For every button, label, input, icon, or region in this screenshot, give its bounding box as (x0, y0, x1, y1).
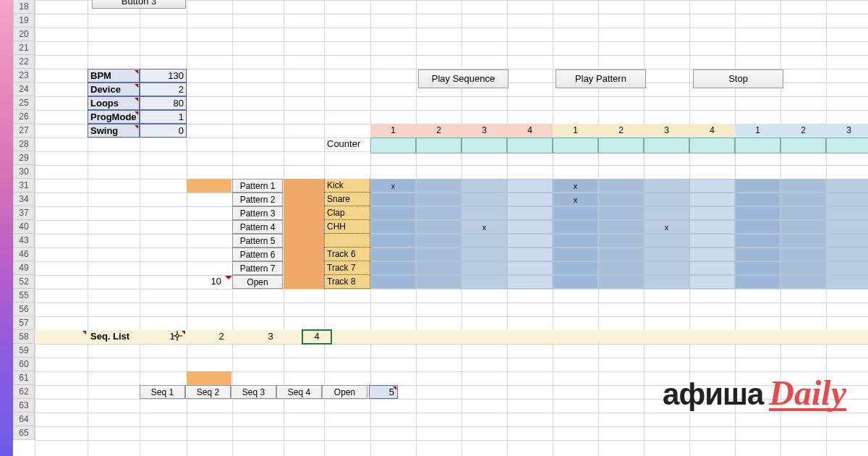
grid-cell[interactable]: x (370, 179, 416, 193)
grid-cell[interactable] (416, 193, 461, 206)
grid-cell[interactable] (416, 275, 461, 289)
row-header[interactable]: 61 (13, 371, 35, 385)
grid-cell[interactable] (780, 248, 826, 261)
grid-cell[interactable] (370, 275, 416, 289)
grid-cell[interactable] (826, 261, 868, 275)
seq-button[interactable]: Seq 2 (185, 385, 231, 399)
grid-cell[interactable] (644, 193, 689, 206)
grid-cell[interactable] (461, 206, 507, 220)
grid-cell[interactable] (826, 206, 868, 220)
track-label[interactable]: Track 7 (324, 261, 370, 275)
track-label[interactable] (324, 234, 370, 248)
row-header[interactable]: 46 (13, 248, 35, 261)
track-label[interactable]: CHH (324, 220, 370, 234)
row-header[interactable]: 57 (13, 316, 35, 330)
grid-cell[interactable] (416, 248, 461, 261)
grid-cell[interactable] (735, 179, 780, 193)
grid-cell[interactable] (553, 206, 598, 220)
grid-cell[interactable] (598, 193, 644, 206)
row-header[interactable]: 31 (13, 179, 35, 193)
grid-cell[interactable] (507, 248, 553, 261)
grid-cell[interactable] (826, 248, 868, 261)
row-header[interactable]: 24 (13, 83, 35, 96)
grid-cell[interactable] (735, 234, 780, 248)
grid-cell[interactable] (780, 275, 826, 289)
grid-cell[interactable] (598, 275, 644, 289)
open-button[interactable]: Open (232, 275, 283, 289)
grid-cell[interactable] (735, 261, 780, 275)
seq-button[interactable]: Seq 3 (231, 385, 276, 399)
pattern-button[interactable]: Pattern 5 (232, 234, 283, 248)
play-pattern-button[interactable]: Play Pattern (556, 69, 646, 88)
grid-cell[interactable] (735, 248, 780, 261)
grid-cell[interactable] (370, 248, 416, 261)
button-3[interactable]: Button 3 (92, 0, 186, 9)
row-header[interactable]: 52 (13, 275, 35, 289)
grid-cell[interactable] (553, 220, 598, 234)
grid-cell[interactable] (735, 275, 780, 289)
grid-cell[interactable] (644, 248, 689, 261)
track-label[interactable]: Snare (324, 193, 370, 206)
grid-cell[interactable] (507, 220, 553, 234)
grid-cell[interactable] (507, 179, 553, 193)
grid-cell[interactable] (370, 234, 416, 248)
row-header[interactable]: 23 (13, 69, 35, 83)
grid-cell[interactable] (826, 193, 868, 206)
grid-cell[interactable] (689, 234, 735, 248)
row-header[interactable]: 34 (13, 193, 35, 206)
row-header[interactable]: 20 (13, 28, 35, 41)
track-label[interactable]: Track 6 (324, 248, 370, 261)
grid-cell[interactable] (780, 193, 826, 206)
grid-cell[interactable] (598, 248, 644, 261)
grid-cell[interactable] (370, 193, 416, 206)
grid-cell[interactable] (598, 220, 644, 234)
param-value[interactable]: 2 (140, 83, 187, 96)
grid-cell[interactable] (461, 261, 507, 275)
row-header[interactable]: 55 (13, 289, 35, 303)
pattern-button[interactable]: Pattern 2 (232, 193, 283, 206)
grid-cell[interactable] (416, 220, 461, 234)
play-sequence-button[interactable]: Play Sequence (418, 69, 509, 88)
grid-cell[interactable] (644, 261, 689, 275)
row-header[interactable]: 60 (13, 358, 35, 371)
grid-cell[interactable] (644, 234, 689, 248)
grid-cell[interactable] (461, 248, 507, 261)
row-header[interactable]: 56 (13, 303, 35, 316)
grid-cell[interactable] (507, 193, 553, 206)
grid-cell[interactable] (416, 234, 461, 248)
grid-cell[interactable] (826, 275, 868, 289)
row-header[interactable]: 29 (13, 151, 35, 165)
row-header[interactable]: 49 (13, 261, 35, 275)
grid-cell[interactable] (644, 275, 689, 289)
row-header[interactable]: 58 (13, 330, 35, 344)
grid-cell[interactable] (416, 261, 461, 275)
track-label[interactable]: Clap (324, 206, 370, 220)
row-header[interactable]: 25 (13, 96, 35, 110)
row-header[interactable]: 22 (13, 55, 35, 69)
grid-cell[interactable] (507, 234, 553, 248)
grid-cell[interactable] (461, 234, 507, 248)
grid-cell[interactable] (826, 234, 868, 248)
grid-cell[interactable] (689, 206, 735, 220)
grid-cell[interactable] (689, 275, 735, 289)
param-value[interactable]: 0 (140, 124, 187, 138)
row-header[interactable]: 65 (13, 426, 35, 440)
grid-cell[interactable] (780, 234, 826, 248)
row-header[interactable]: 40 (13, 220, 35, 234)
grid-cell[interactable]: x (644, 220, 689, 234)
grid-cell[interactable] (644, 179, 689, 193)
row-header[interactable]: 18 (13, 0, 35, 14)
row-header[interactable]: 19 (13, 14, 35, 28)
row-header[interactable]: 21 (13, 41, 35, 55)
row-header[interactable]: 43 (13, 234, 35, 248)
grid-cell[interactable] (553, 234, 598, 248)
track-label[interactable]: Track 8 (324, 275, 370, 289)
stop-button[interactable]: Stop (693, 69, 783, 88)
grid-cell[interactable] (689, 193, 735, 206)
row-header[interactable]: 63 (13, 399, 35, 413)
seq-button[interactable]: Seq 4 (276, 385, 322, 399)
grid-cell[interactable] (780, 179, 826, 193)
grid-cell[interactable] (735, 193, 780, 206)
grid-cell[interactable] (780, 261, 826, 275)
grid-cell[interactable] (461, 275, 507, 289)
